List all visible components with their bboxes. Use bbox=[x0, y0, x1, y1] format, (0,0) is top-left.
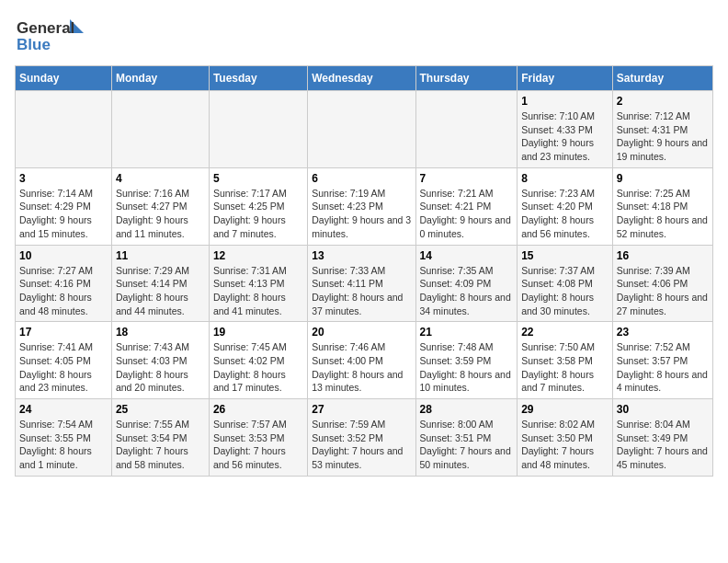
calendar-cell: 4Sunrise: 7:16 AMSunset: 4:27 PMDaylight… bbox=[111, 167, 209, 245]
calendar-table: SundayMondayTuesdayWednesdayThursdayFrid… bbox=[15, 65, 713, 477]
week-row-3: 10Sunrise: 7:27 AMSunset: 4:16 PMDayligh… bbox=[16, 245, 713, 322]
day-number: 13 bbox=[312, 249, 411, 262]
week-row-1: 1Sunrise: 7:10 AMSunset: 4:33 PMDaylight… bbox=[16, 91, 713, 168]
day-number: 9 bbox=[617, 172, 709, 185]
svg-text:Blue: Blue bbox=[17, 36, 51, 53]
day-number: 25 bbox=[116, 403, 205, 416]
calendar-cell: 23Sunrise: 7:52 AMSunset: 3:57 PMDayligh… bbox=[612, 322, 712, 399]
day-info: Sunrise: 7:33 AMSunset: 4:11 PMDaylight:… bbox=[312, 264, 411, 318]
week-row-4: 17Sunrise: 7:41 AMSunset: 4:05 PMDayligh… bbox=[16, 322, 713, 399]
day-info: Sunrise: 8:00 AMSunset: 3:51 PMDaylight:… bbox=[420, 418, 514, 472]
day-number: 30 bbox=[617, 403, 709, 416]
day-number: 7 bbox=[420, 172, 514, 185]
weekday-header-tuesday: Tuesday bbox=[209, 66, 307, 91]
day-info: Sunrise: 7:39 AMSunset: 4:06 PMDaylight:… bbox=[617, 264, 709, 318]
calendar-cell: 8Sunrise: 7:23 AMSunset: 4:20 PMDaylight… bbox=[518, 167, 613, 245]
calendar-cell: 12Sunrise: 7:31 AMSunset: 4:13 PMDayligh… bbox=[209, 245, 307, 322]
calendar-cell: 30Sunrise: 8:04 AMSunset: 3:49 PMDayligh… bbox=[612, 399, 712, 477]
day-number: 26 bbox=[213, 403, 303, 416]
day-number: 10 bbox=[19, 249, 108, 262]
logo-svg: GeneralBlue bbox=[15, 15, 88, 56]
day-number: 19 bbox=[213, 326, 303, 339]
day-number: 18 bbox=[116, 326, 205, 339]
weekday-header-sunday: Sunday bbox=[16, 66, 112, 91]
day-info: Sunrise: 7:59 AMSunset: 3:52 PMDaylight:… bbox=[312, 418, 411, 472]
calendar-cell: 6Sunrise: 7:19 AMSunset: 4:23 PMDaylight… bbox=[308, 167, 415, 245]
calendar-cell bbox=[209, 91, 307, 168]
day-number: 11 bbox=[116, 249, 205, 262]
calendar-cell: 29Sunrise: 8:02 AMSunset: 3:50 PMDayligh… bbox=[518, 399, 613, 477]
day-info: Sunrise: 7:16 AMSunset: 4:27 PMDaylight:… bbox=[116, 187, 205, 241]
calendar-cell: 18Sunrise: 7:43 AMSunset: 4:03 PMDayligh… bbox=[111, 322, 209, 399]
calendar-cell: 20Sunrise: 7:46 AMSunset: 4:00 PMDayligh… bbox=[308, 322, 415, 399]
day-number: 27 bbox=[312, 403, 411, 416]
calendar-cell: 5Sunrise: 7:17 AMSunset: 4:25 PMDaylight… bbox=[209, 167, 307, 245]
day-number: 2 bbox=[617, 95, 709, 108]
week-row-2: 3Sunrise: 7:14 AMSunset: 4:29 PMDaylight… bbox=[16, 167, 713, 245]
calendar-cell: 22Sunrise: 7:50 AMSunset: 3:58 PMDayligh… bbox=[518, 322, 613, 399]
week-row-5: 24Sunrise: 7:54 AMSunset: 3:55 PMDayligh… bbox=[16, 399, 713, 477]
day-info: Sunrise: 7:17 AMSunset: 4:25 PMDaylight:… bbox=[213, 187, 303, 241]
day-number: 14 bbox=[420, 249, 514, 262]
calendar-cell: 11Sunrise: 7:29 AMSunset: 4:14 PMDayligh… bbox=[111, 245, 209, 322]
calendar-cell: 1Sunrise: 7:10 AMSunset: 4:33 PMDaylight… bbox=[518, 91, 613, 168]
weekday-header-friday: Friday bbox=[518, 66, 613, 91]
day-info: Sunrise: 7:37 AMSunset: 4:08 PMDaylight:… bbox=[521, 264, 609, 318]
day-number: 28 bbox=[420, 403, 514, 416]
day-info: Sunrise: 7:14 AMSunset: 4:29 PMDaylight:… bbox=[19, 187, 108, 241]
day-info: Sunrise: 7:10 AMSunset: 4:33 PMDaylight:… bbox=[521, 109, 609, 164]
day-number: 21 bbox=[420, 326, 514, 339]
day-number: 16 bbox=[617, 249, 709, 262]
day-info: Sunrise: 7:23 AMSunset: 4:20 PMDaylight:… bbox=[521, 187, 609, 241]
calendar-cell: 28Sunrise: 8:00 AMSunset: 3:51 PMDayligh… bbox=[415, 399, 518, 477]
day-info: Sunrise: 7:35 AMSunset: 4:09 PMDaylight:… bbox=[420, 264, 514, 318]
calendar-cell: 15Sunrise: 7:37 AMSunset: 4:08 PMDayligh… bbox=[518, 245, 613, 322]
day-number: 3 bbox=[19, 172, 108, 185]
calendar-cell: 14Sunrise: 7:35 AMSunset: 4:09 PMDayligh… bbox=[415, 245, 518, 322]
day-number: 29 bbox=[521, 403, 609, 416]
calendar-cell: 2Sunrise: 7:12 AMSunset: 4:31 PMDaylight… bbox=[612, 91, 712, 168]
day-info: Sunrise: 7:50 AMSunset: 3:58 PMDaylight:… bbox=[521, 340, 609, 395]
day-number: 4 bbox=[116, 172, 205, 185]
calendar-cell: 16Sunrise: 7:39 AMSunset: 4:06 PMDayligh… bbox=[612, 245, 712, 322]
day-info: Sunrise: 7:19 AMSunset: 4:23 PMDaylight:… bbox=[312, 187, 411, 241]
logo: GeneralBlue bbox=[15, 15, 88, 56]
day-number: 22 bbox=[521, 326, 609, 339]
day-number: 20 bbox=[312, 326, 411, 339]
day-info: Sunrise: 7:21 AMSunset: 4:21 PMDaylight:… bbox=[420, 187, 514, 241]
day-info: Sunrise: 7:25 AMSunset: 4:18 PMDaylight:… bbox=[617, 187, 709, 241]
header: GeneralBlue bbox=[15, 15, 713, 56]
day-info: Sunrise: 8:04 AMSunset: 3:49 PMDaylight:… bbox=[617, 418, 709, 472]
day-number: 24 bbox=[19, 403, 108, 416]
calendar-cell: 9Sunrise: 7:25 AMSunset: 4:18 PMDaylight… bbox=[612, 167, 712, 245]
day-info: Sunrise: 7:46 AMSunset: 4:00 PMDaylight:… bbox=[312, 340, 411, 395]
calendar-cell: 10Sunrise: 7:27 AMSunset: 4:16 PMDayligh… bbox=[16, 245, 112, 322]
weekday-header-row: SundayMondayTuesdayWednesdayThursdayFrid… bbox=[16, 66, 713, 91]
weekday-header-monday: Monday bbox=[111, 66, 209, 91]
calendar-cell bbox=[111, 91, 209, 168]
day-number: 8 bbox=[521, 172, 609, 185]
day-info: Sunrise: 7:48 AMSunset: 3:59 PMDaylight:… bbox=[420, 340, 514, 395]
day-info: Sunrise: 7:55 AMSunset: 3:54 PMDaylight:… bbox=[116, 418, 205, 472]
day-number: 15 bbox=[521, 249, 609, 262]
calendar-cell: 26Sunrise: 7:57 AMSunset: 3:53 PMDayligh… bbox=[209, 399, 307, 477]
calendar-cell: 7Sunrise: 7:21 AMSunset: 4:21 PMDaylight… bbox=[415, 167, 518, 245]
calendar-cell: 3Sunrise: 7:14 AMSunset: 4:29 PMDaylight… bbox=[16, 167, 112, 245]
day-info: Sunrise: 7:12 AMSunset: 4:31 PMDaylight:… bbox=[617, 109, 709, 164]
day-number: 1 bbox=[521, 95, 609, 108]
weekday-header-wednesday: Wednesday bbox=[308, 66, 415, 91]
day-info: Sunrise: 7:41 AMSunset: 4:05 PMDaylight:… bbox=[19, 340, 108, 395]
day-info: Sunrise: 7:29 AMSunset: 4:14 PMDaylight:… bbox=[116, 264, 205, 318]
day-number: 12 bbox=[213, 249, 303, 262]
day-info: Sunrise: 7:54 AMSunset: 3:55 PMDaylight:… bbox=[19, 418, 108, 472]
day-number: 23 bbox=[617, 326, 709, 339]
calendar-cell: 27Sunrise: 7:59 AMSunset: 3:52 PMDayligh… bbox=[308, 399, 415, 477]
calendar-cell: 13Sunrise: 7:33 AMSunset: 4:11 PMDayligh… bbox=[308, 245, 415, 322]
day-info: Sunrise: 7:57 AMSunset: 3:53 PMDaylight:… bbox=[213, 418, 303, 472]
day-info: Sunrise: 7:45 AMSunset: 4:02 PMDaylight:… bbox=[213, 340, 303, 395]
day-info: Sunrise: 7:43 AMSunset: 4:03 PMDaylight:… bbox=[116, 340, 205, 395]
calendar-cell: 24Sunrise: 7:54 AMSunset: 3:55 PMDayligh… bbox=[16, 399, 112, 477]
calendar-cell bbox=[308, 91, 415, 168]
svg-text:General: General bbox=[17, 19, 74, 37]
day-info: Sunrise: 8:02 AMSunset: 3:50 PMDaylight:… bbox=[521, 418, 609, 472]
